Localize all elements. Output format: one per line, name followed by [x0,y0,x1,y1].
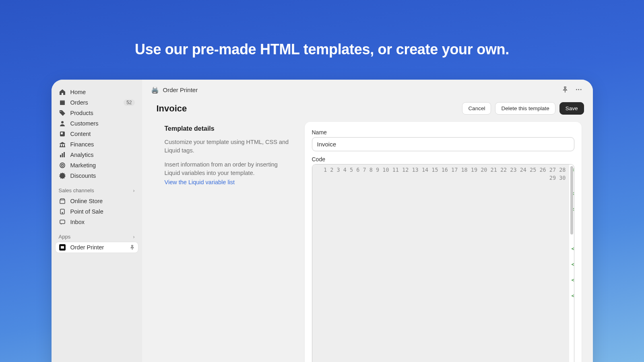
sidebar-item-marketing[interactable]: Marketing [56,160,138,171]
sidebar-item-label: Products [70,110,93,116]
section-apps[interactable]: Apps › [56,227,138,242]
main-content: 🖨️ Order Printer ··· Invoice Cancel Dele… [142,80,593,362]
sidebar-item-products[interactable]: Products [56,108,138,118]
svg-rect-18 [60,220,65,224]
svg-rect-8 [64,144,65,146]
svg-point-3 [61,121,64,123]
svg-rect-10 [60,155,61,157]
svg-rect-11 [62,153,63,157]
sidebar-item-label: Finances [70,141,94,148]
sidebar-item-customers[interactable]: Customers [56,118,138,129]
sidebar-item-label: Order Printer [70,244,104,251]
svg-point-13 [60,163,65,168]
app-window: Home Orders 52 Products Customers Conten… [52,80,593,362]
sidebar-item-label: Marketing [70,162,96,169]
editor-card: Name Code 1 2 3 4 5 6 7 8 9 10 11 12 13 … [305,122,582,362]
sidebar-item-discounts[interactable]: Discounts [56,171,138,181]
app-name: Order Printer [163,86,198,93]
sidebar-item-label: Customers [70,120,99,127]
sidebar-item-label: Content [70,131,91,137]
details-title: Template details [165,125,293,132]
template-details-panel: Template details Customize your template… [165,122,293,362]
tag-icon [59,110,66,116]
chevron-right-icon: › [133,188,135,193]
svg-rect-6 [60,144,61,146]
save-button[interactable]: Save [559,102,584,115]
sidebar-item-label: Discounts [70,173,96,179]
svg-rect-1 [60,100,65,101]
page-title: Invoice [157,103,187,114]
svg-rect-9 [60,146,65,147]
svg-point-14 [61,165,63,167]
sidebar-item-content[interactable]: Content [56,129,138,139]
sidebar-item-label: Point of Sale [70,208,103,215]
sidebar-item-pos[interactable]: Point of Sale [56,206,138,217]
code-label: Code [312,156,574,162]
analytics-icon [59,152,66,158]
person-icon [59,120,66,127]
orders-badge: 52 [124,99,134,106]
sidebar-item-order-printer[interactable]: Order Printer [56,242,138,253]
pin-icon[interactable] [130,245,135,250]
svg-point-17 [62,212,63,213]
sidebar-item-home[interactable]: Home [56,87,138,97]
name-label: Name [312,129,574,136]
sidebar-item-label: Analytics [70,152,94,158]
section-sales-channels[interactable]: Sales channels › [56,181,138,196]
sidebar-item-online-store[interactable]: Online Store [56,196,138,206]
svg-rect-0 [60,101,65,105]
svg-point-2 [60,111,61,112]
hero-heading: Use our pre-made HTML templates, or crea… [0,0,644,80]
printer-app-icon [59,244,66,251]
chevron-right-icon: › [133,234,135,240]
printer-icon: 🖨️ [151,86,159,94]
bank-icon [59,141,66,148]
svg-rect-7 [62,144,63,146]
sidebar-item-orders[interactable]: Orders 52 [56,97,138,108]
liquid-variables-link[interactable]: View the Liquid variable list [165,179,293,185]
pos-icon [59,208,66,215]
details-text-2: Insert information from an order by inse… [165,160,293,177]
page-header-row: Invoice Cancel Delete this template Save [142,100,593,122]
discount-icon [59,173,66,179]
details-text-1: Customize your template using HTML, CSS … [165,138,293,155]
pin-button[interactable] [560,86,570,94]
svg-rect-5 [61,132,63,134]
sidebar-item-analytics[interactable]: Analytics [56,150,138,160]
orders-icon [59,99,66,106]
store-icon [59,198,66,204]
code-editor[interactable]: 1 2 3 4 5 6 7 8 9 10 11 12 13 14 15 16 1… [312,164,574,362]
sidebar-item-finances[interactable]: Finances [56,139,138,150]
sidebar-item-label: Orders [70,99,88,106]
sidebar-item-inbox[interactable]: Inbox [56,217,138,227]
content-icon [59,131,66,137]
target-icon [59,162,66,169]
svg-rect-20 [61,246,64,249]
svg-rect-12 [64,152,65,157]
home-icon [59,89,66,95]
inbox-icon [59,219,66,225]
template-name-input[interactable] [312,137,574,151]
cancel-button[interactable]: Cancel [462,102,491,115]
sidebar-item-label: Home [70,89,86,95]
sidebar-item-label: Online Store [70,198,103,204]
more-button[interactable]: ··· [574,85,584,94]
line-gutter: 1 2 3 4 5 6 7 8 9 10 11 12 13 14 15 16 1… [312,165,569,362]
sidebar: Home Orders 52 Products Customers Conten… [52,80,142,362]
svg-rect-15 [60,200,65,204]
app-header: 🖨️ Order Printer ··· [142,80,593,100]
sidebar-item-label: Inbox [70,219,85,225]
scrollbar[interactable] [570,166,573,234]
delete-template-button[interactable]: Delete this template [495,102,555,115]
